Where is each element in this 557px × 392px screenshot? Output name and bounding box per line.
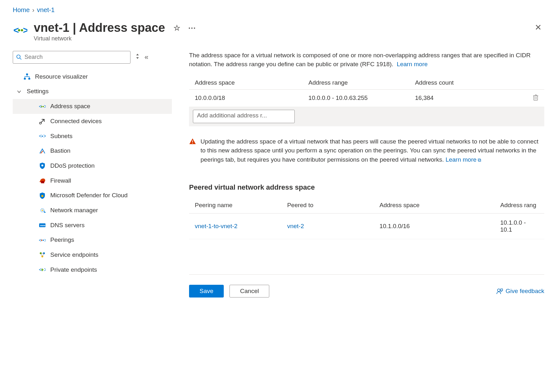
sidebar-item-label: DNS servers xyxy=(50,221,169,229)
cell-peer-range: 10.1.0.0 - 10.1 xyxy=(495,214,544,239)
defender-icon xyxy=(39,192,46,199)
page-title: vnet-1 | Address space ☆ ⋯ xyxy=(34,21,196,35)
peering-name-link[interactable]: vnet-1-to-vnet-2 xyxy=(195,223,237,229)
external-link-icon: ⧉ xyxy=(478,157,481,163)
svg-text:>: > xyxy=(44,267,46,272)
svg-rect-8 xyxy=(28,78,30,80)
vnet-icon: < > xyxy=(13,23,28,38)
col-peer-address-space: Address space xyxy=(374,197,494,214)
svg-point-15 xyxy=(42,136,43,137)
sidebar-item-address-space[interactable]: <> Address space xyxy=(13,99,172,114)
pin-icon[interactable]: ☆ xyxy=(173,24,180,32)
subnets-icon: <> xyxy=(39,133,46,140)
sidebar-item-network-manager[interactable]: Network manager xyxy=(13,203,172,218)
svg-point-26 xyxy=(43,240,44,241)
col-peering-name: Peering name xyxy=(189,197,281,214)
svg-rect-33 xyxy=(534,96,538,100)
sidebar-item-resource-visualizer[interactable]: Resource visualizer xyxy=(13,69,172,84)
peerings-icon: <> xyxy=(39,237,46,244)
sidebar: « Resource visualizer Settings <> Addres… xyxy=(13,51,172,298)
more-icon[interactable]: ⋯ xyxy=(188,24,196,32)
main-content: The address space for a virtual network … xyxy=(172,51,544,298)
sidebar-item-label: Private endpoints xyxy=(50,266,169,274)
svg-rect-18 xyxy=(41,181,44,183)
sidebar-item-connected-devices[interactable]: Connected devices xyxy=(13,114,172,129)
svg-line-5 xyxy=(20,58,22,60)
svg-point-10 xyxy=(41,106,42,107)
sidebar-item-dns-servers[interactable]: www DNS servers xyxy=(13,218,172,233)
network-manager-icon xyxy=(39,207,46,214)
warning-learn-more-link[interactable]: Learn more⧉ xyxy=(446,156,481,163)
add-address-row: Add additional address r... xyxy=(189,107,544,126)
svg-text:>: > xyxy=(44,238,46,243)
cell-address-range: 10.0.0.0 - 10.0.63.255 xyxy=(303,89,409,107)
private-endpoints-icon: <> xyxy=(39,266,46,273)
add-address-input[interactable]: Add additional address r... xyxy=(193,110,295,123)
service-endpoints-icon xyxy=(39,251,46,258)
warning-text: Updating the address space of a virtual … xyxy=(201,138,538,163)
svg-rect-37 xyxy=(192,143,193,144)
dns-icon: www xyxy=(39,222,46,229)
sidebar-item-defender-for-cloud[interactable]: Microsoft Defender for Cloud xyxy=(13,188,172,203)
sidebar-item-label: Resource visualizer xyxy=(35,73,169,81)
col-address-count: Address count xyxy=(409,76,516,90)
collapse-sidebar-icon[interactable]: « xyxy=(145,53,148,61)
sidebar-item-private-endpoints[interactable]: <> Private endpoints xyxy=(13,262,172,277)
svg-rect-36 xyxy=(192,140,193,142)
chevron-down-icon xyxy=(16,89,22,94)
cell-peer-space: 10.1.0.0/16 xyxy=(374,214,494,239)
sidebar-item-ddos-protection[interactable]: DDoS protection xyxy=(13,158,172,173)
save-button[interactable]: Save xyxy=(189,285,224,298)
col-peer-address-range: Address rang xyxy=(495,197,544,214)
svg-point-4 xyxy=(17,55,20,58)
svg-rect-19 xyxy=(41,195,43,197)
address-space-table: Address space Address range Address coun… xyxy=(189,76,544,126)
svg-text:<: < xyxy=(39,238,41,243)
svg-text:>: > xyxy=(23,25,27,35)
sidebar-item-label: Peerings xyxy=(50,236,169,244)
sidebar-item-label: Microsoft Defender for Cloud xyxy=(50,192,169,200)
feedback-icon xyxy=(496,288,503,295)
peered-to-link[interactable]: vnet-2 xyxy=(287,223,304,229)
svg-point-1 xyxy=(18,29,20,32)
col-peered-to: Peered to xyxy=(281,197,374,214)
col-address-space: Address space xyxy=(189,76,303,90)
sidebar-item-service-endpoints[interactable]: Service endpoints xyxy=(13,248,172,262)
delete-row-button[interactable] xyxy=(516,89,544,107)
sidebar-item-label: Firewall xyxy=(50,177,169,185)
sidebar-item-label: Connected devices xyxy=(50,117,169,125)
bastion-icon xyxy=(39,148,46,155)
svg-point-17 xyxy=(41,164,43,166)
breadcrumb-home[interactable]: Home xyxy=(13,6,30,14)
sidebar-group-label: Settings xyxy=(27,88,169,95)
sidebar-group-settings[interactable]: Settings xyxy=(13,84,172,99)
footer-bar: Save Cancel Give feedback xyxy=(189,274,544,298)
sidebar-nav: Resource visualizer Settings <> Address … xyxy=(13,69,172,277)
search-input-wrapper xyxy=(13,51,130,64)
page-subtitle: Virtual network xyxy=(34,35,196,42)
sidebar-item-label: Bastion xyxy=(50,147,169,155)
intro-text: The address space for a virtual network … xyxy=(189,51,539,69)
close-button[interactable]: ✕ xyxy=(532,21,544,34)
give-feedback-link[interactable]: Give feedback xyxy=(496,288,544,295)
sort-icon[interactable] xyxy=(135,53,140,61)
sidebar-item-label: Subnets xyxy=(50,132,169,140)
address-space-icon: <> xyxy=(39,103,46,110)
sidebar-item-firewall[interactable]: Firewall xyxy=(13,173,172,188)
cancel-button[interactable]: Cancel xyxy=(229,285,269,298)
sidebar-item-bastion[interactable]: Bastion xyxy=(13,144,172,158)
page-header: < > vnet-1 | Address space ☆ ⋯ Virtual n… xyxy=(13,21,544,42)
sidebar-item-peerings[interactable]: <> Peerings xyxy=(13,233,172,248)
svg-text:www: www xyxy=(40,224,46,227)
sidebar-item-label: Network manager xyxy=(50,206,169,214)
learn-more-link[interactable]: Learn more xyxy=(397,61,427,67)
sidebar-item-subnets[interactable]: <> Subnets xyxy=(13,129,172,144)
table-row: vnet-1-to-vnet-2 vnet-2 10.1.0.0/16 10.1… xyxy=(189,214,544,239)
breadcrumb-resource[interactable]: vnet-1 xyxy=(37,6,55,14)
firewall-icon xyxy=(39,177,46,184)
chevron-right-icon: › xyxy=(32,6,34,14)
cell-address-count: 16,384 xyxy=(409,89,516,107)
sidebar-item-label: Address space xyxy=(50,102,169,110)
peered-table: Peering name Peered to Address space Add… xyxy=(189,197,544,239)
search-input[interactable] xyxy=(25,54,127,60)
